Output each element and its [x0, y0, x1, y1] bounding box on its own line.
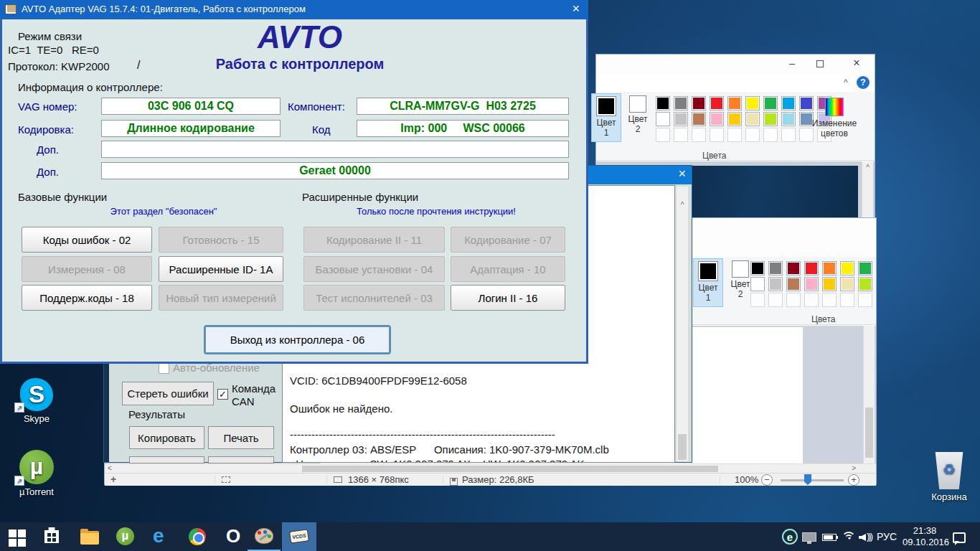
desktop-icon-skype[interactable]: S ↗ Skype: [9, 378, 65, 424]
palette-color[interactable]: [768, 277, 783, 291]
palette-color-empty[interactable]: [750, 293, 765, 307]
palette-color-empty[interactable]: [781, 128, 796, 142]
palette-color-empty[interactable]: [727, 128, 742, 142]
palette-color[interactable]: [710, 112, 724, 126]
coding-button[interactable]: Кодирование - 07: [451, 227, 565, 253]
extra1-field[interactable]: [101, 141, 569, 158]
palette-color[interactable]: [745, 112, 760, 126]
zoom-out-button[interactable]: −: [761, 474, 773, 486]
partial-button-left[interactable]: [129, 456, 204, 463]
palette-color[interactable]: [804, 261, 819, 276]
close-button[interactable]: ×: [572, 1, 580, 17]
vag-number-field[interactable]: 03C 906 014 CQ: [101, 98, 281, 115]
palette-color[interactable]: [656, 112, 670, 126]
palette-color[interactable]: [674, 112, 688, 126]
desktop-icon-utorrent[interactable]: µ ↗ µTorrent: [9, 450, 65, 497]
coding2-button[interactable]: Кодирование II - 11: [303, 227, 445, 253]
palette-color[interactable]: [840, 277, 854, 291]
palette-color[interactable]: [656, 96, 670, 110]
can-command-checkbox[interactable]: ✓: [217, 389, 228, 400]
palette-color[interactable]: [781, 112, 796, 126]
paint-vscrollbar[interactable]: [863, 326, 875, 463]
taskbar-vcds-button-active[interactable]: VCDS: [282, 522, 316, 551]
palette-color-empty[interactable]: [822, 293, 837, 307]
color1-selector[interactable]: Цвет 1: [693, 258, 723, 307]
palette-color-empty[interactable]: [768, 293, 783, 307]
tray-display-icon[interactable]: [802, 528, 821, 547]
clear-faults-button[interactable]: Стереть ошибки: [122, 382, 214, 405]
taskbar-chrome-button[interactable]: [189, 528, 207, 547]
support-codes-button[interactable]: Поддерж.коды - 18: [22, 285, 152, 311]
zoom-slider-track[interactable]: [781, 479, 844, 481]
palette-color-empty[interactable]: [763, 128, 778, 142]
output-test-button[interactable]: Тест исполнителей - 03: [303, 285, 445, 311]
component-field[interactable]: CLRA-MM7GV-G H03 2725: [357, 98, 569, 115]
palette-color-empty[interactable]: [804, 293, 819, 307]
palette-color-empty[interactable]: [745, 128, 760, 142]
coding-field[interactable]: Длинное кодирование: [101, 120, 281, 137]
vcds-scrollbar[interactable]: ^: [676, 187, 688, 461]
palette-color[interactable]: [858, 261, 872, 276]
taskbar-opera-button[interactable]: O: [226, 525, 245, 544]
taskbar-edge-button[interactable]: e: [153, 525, 171, 544]
palette-color[interactable]: [822, 261, 837, 276]
palette-color[interactable]: [763, 96, 778, 110]
palette-color-empty[interactable]: [674, 128, 688, 142]
close-button[interactable]: ×: [846, 57, 867, 70]
exit-controller-button[interactable]: Выход из контроллера - 06: [205, 326, 390, 353]
code-field[interactable]: Imp: 000 WSC 00066: [357, 120, 569, 137]
palette-color[interactable]: [750, 277, 765, 291]
tray-battery-icon[interactable]: [822, 528, 841, 547]
fault-codes-button[interactable]: Коды ошибок - 02: [22, 227, 152, 253]
palette-color[interactable]: [822, 277, 837, 291]
partial-button-right[interactable]: [208, 456, 274, 463]
palette-color[interactable]: [786, 277, 801, 291]
tray-wifi-icon[interactable]: [841, 530, 859, 549]
palette-color[interactable]: [768, 261, 783, 276]
palette-color[interactable]: [692, 96, 706, 110]
adaptation-button[interactable]: Адаптация - 10: [451, 256, 565, 282]
palette-color[interactable]: [858, 277, 872, 291]
zoom-slider-thumb[interactable]: [804, 474, 811, 485]
palette-color[interactable]: [786, 261, 801, 276]
collapse-ribbon-icon[interactable]: ^: [844, 77, 848, 88]
basic-settings-button[interactable]: Базовые установки - 04: [303, 256, 445, 282]
tray-clock[interactable]: 21:38 09.10.2016: [903, 525, 947, 548]
palette-color[interactable]: [692, 112, 706, 126]
palette-color[interactable]: [804, 277, 819, 291]
palette-color-empty[interactable]: [710, 128, 724, 142]
taskbar-explorer-button[interactable]: [80, 528, 99, 547]
maximize-button[interactable]: [816, 60, 824, 67]
readiness-button[interactable]: Готовность - 15: [159, 227, 283, 253]
edit-colors-button[interactable]: Изменение цветов: [811, 98, 857, 138]
palette-color-empty[interactable]: [858, 293, 872, 307]
taskbar-store-button[interactable]: [44, 527, 63, 546]
color1-selector[interactable]: Цвет 1: [591, 93, 621, 142]
zoom-in-button[interactable]: +: [848, 474, 859, 486]
palette-color[interactable]: [710, 96, 724, 110]
extended-id-button[interactable]: Расширенные ID- 1A: [159, 256, 283, 282]
palette-color[interactable]: [781, 96, 796, 110]
avto-titlebar[interactable]: AVTO Адаптер VAG 15.7.4: 01-Двигатель, Р…: [0, 0, 588, 19]
taskbar-utorrent-button[interactable]: µ: [116, 527, 135, 546]
copy-button[interactable]: Копировать: [129, 426, 204, 449]
paint-hscrollbar[interactable]: < >: [105, 463, 876, 473]
palette-color-empty[interactable]: [840, 293, 854, 307]
palette-color[interactable]: [763, 112, 778, 126]
login2-button[interactable]: Логин II - 16: [451, 285, 565, 311]
palette-color[interactable]: [674, 96, 688, 110]
desktop-icon-recycle-bin[interactable]: ♻ Корзина: [921, 452, 977, 502]
print-button[interactable]: Печать: [208, 426, 274, 449]
color2-selector[interactable]: Цвет 2: [623, 93, 652, 142]
palette-color[interactable]: [750, 261, 765, 276]
help-icon[interactable]: ?: [857, 76, 870, 89]
start-button[interactable]: [9, 529, 27, 548]
palette-color[interactable]: [727, 96, 742, 110]
tray-volume-icon[interactable]: ))): [859, 528, 877, 547]
palette-color[interactable]: [745, 96, 760, 110]
tray-eset-icon[interactable]: e: [782, 529, 801, 547]
palette-color-empty[interactable]: [692, 128, 706, 142]
extra2-field[interactable]: Geraet 00000: [101, 162, 569, 179]
new-measurement-type-button[interactable]: Новый тип измерений: [159, 285, 283, 311]
measurements-button[interactable]: Измерения - 08: [22, 256, 152, 282]
